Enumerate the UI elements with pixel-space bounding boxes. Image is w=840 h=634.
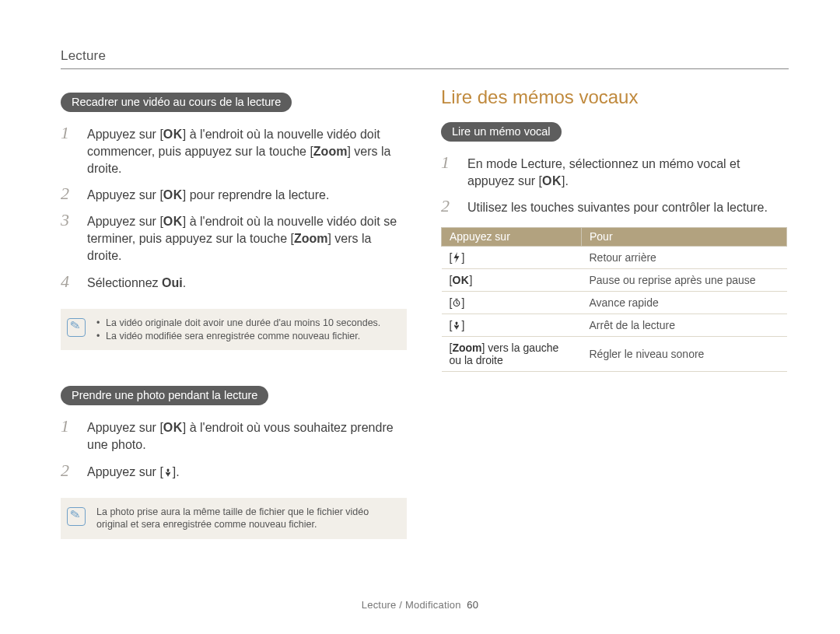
table-row: [] Retour arrière (442, 247, 787, 269)
ok-icon: OK (163, 213, 183, 230)
controls-table: Appuyez sur Pour [] Retour arrière [OK] (441, 227, 787, 372)
header-divider (61, 68, 789, 69)
key-cell: [] (442, 314, 582, 337)
ok-icon: OK (163, 419, 183, 436)
steps-recadrer: Appuyez sur [OK] à l'endroit où la nouve… (61, 121, 407, 296)
bracket-close: ] (461, 319, 464, 331)
step-4: Sélectionnez Oui. (61, 270, 407, 296)
step-text: Appuyez sur [ (87, 188, 163, 201)
ok-icon: OK (452, 274, 469, 286)
step-text: Appuyez sur [ (87, 215, 163, 228)
step-text: Appuyez sur [ (87, 465, 163, 478)
step-text: ]. (173, 465, 180, 478)
step-text: En mode Lecture, sélectionnez un mémo vo… (467, 157, 740, 187)
ok-icon: OK (542, 173, 562, 190)
step-text: . (183, 276, 186, 289)
key-cell: [OK] (442, 269, 582, 292)
desc-cell: Retour arrière (582, 247, 787, 269)
table-header: Pour (582, 228, 787, 247)
column-right: Lire des mémos vocaux Lire un mémo vocal… (441, 83, 787, 539)
footer-breadcrumb: Lecture / Modification (362, 599, 461, 611)
note-box: La vidéo originale doit avoir une durée … (61, 309, 407, 351)
table-header: Appuyez sur (442, 228, 582, 247)
step-1: En mode Lecture, sélectionnez un mémo vo… (441, 151, 787, 194)
step-text: Appuyez sur [ (87, 421, 163, 434)
note-item: La vidéo modifiée sera enregistrée comme… (96, 330, 380, 343)
key-cell: [] (442, 247, 582, 269)
table-row: [] Avance rapide (442, 292, 787, 314)
bracket-close: ] (469, 274, 472, 286)
note-item: La vidéo originale doit avoir une durée … (96, 317, 380, 330)
table-row: [Zoom] vers la gauche ou la droite Régle… (442, 337, 787, 372)
ok-icon: OK (163, 187, 183, 204)
page-section-header: Lecture (61, 48, 789, 64)
timer-icon (452, 297, 461, 308)
step-text-bold: Oui (162, 276, 183, 289)
key-cell: [Zoom] vers la gauche ou la droite (442, 337, 582, 372)
zoom-key: Zoom (313, 145, 348, 158)
step-1: Appuyez sur [OK] à l'endroit où vous sou… (61, 415, 407, 458)
step-text: Appuyez sur [ (87, 128, 163, 141)
bracket-close: ] (461, 251, 464, 264)
note-icon (67, 318, 86, 337)
column-left: Recadrer une vidéo au cours de la lectur… (61, 83, 407, 539)
page-footer: Lecture / Modification 60 (0, 599, 840, 611)
macro-icon (452, 320, 461, 331)
pill-lire-memo: Lire un mémo vocal (441, 122, 562, 142)
note-list: La vidéo originale doit avoir une durée … (96, 317, 380, 343)
bolt-icon (452, 252, 461, 263)
step-text: Utilisez les touches suivantes pour cont… (467, 201, 768, 214)
table-row: [OK] Pause ou reprise après une pause (442, 269, 787, 292)
bracket-close: ] (461, 296, 464, 309)
desc-cell: Pause ou reprise après une pause (582, 269, 787, 292)
steps-photo: Appuyez sur [OK] à l'endroit où vous sou… (61, 415, 407, 485)
pill-recadrer-video: Recadrer une vidéo au cours de la lectur… (61, 93, 292, 112)
desc-cell: Arrêt de la lecture (582, 314, 787, 337)
pill-prendre-photo: Prendre une photo pendant la lecture (61, 386, 268, 405)
desc-cell: Régler le niveau sonore (582, 337, 787, 372)
step-1: Appuyez sur [OK] à l'endroit où la nouve… (61, 121, 407, 182)
section-title: Lire des mémos vocaux (441, 86, 787, 108)
step-3: Appuyez sur [OK] à l'endroit où la nouve… (61, 208, 407, 269)
step-2: Utilisez les touches suivantes pour cont… (441, 194, 787, 221)
note-icon (67, 507, 86, 526)
step-text: ]. (562, 174, 569, 187)
note-text: La photo prise aura la même taille de fi… (96, 506, 397, 532)
macro-icon (163, 467, 173, 478)
key-cell: [] (442, 292, 582, 314)
zoom-key: Zoom (452, 342, 481, 354)
desc-cell: Avance rapide (582, 292, 787, 314)
step-2: Appuyez sur [OK] pour reprendre la lectu… (61, 182, 407, 208)
note-box: La photo prise aura la même taille de fi… (61, 498, 407, 540)
steps-memo: En mode Lecture, sélectionnez un mémo vo… (441, 151, 787, 221)
table-row: [] Arrêt de la lecture (442, 314, 787, 337)
ok-icon: OK (163, 126, 183, 143)
step-2: Appuyez sur []. (61, 459, 407, 485)
step-text: Sélectionnez (87, 276, 162, 289)
step-text: ] pour reprendre la lecture. (183, 188, 330, 201)
page-number: 60 (467, 599, 478, 611)
zoom-key: Zoom (294, 232, 328, 245)
